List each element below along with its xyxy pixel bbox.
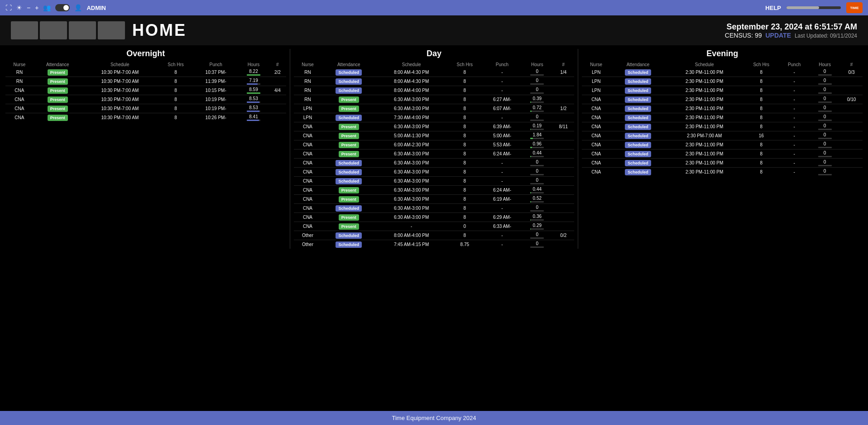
attendance-cell[interactable]: Scheduled bbox=[610, 131, 666, 140]
attendance-cell[interactable]: Scheduled bbox=[610, 159, 666, 168]
table-row[interactable]: RN Scheduled 8:00 AM-4:00 PM 8 - 0 bbox=[294, 86, 575, 95]
attendance-cell[interactable]: Present bbox=[34, 113, 82, 122]
attendance-cell[interactable]: Present bbox=[321, 186, 376, 195]
attendance-cell[interactable]: Scheduled bbox=[610, 86, 666, 95]
sch-hrs-cell: 16 bbox=[743, 131, 779, 140]
attendance-cell[interactable]: Scheduled bbox=[610, 104, 666, 113]
table-row[interactable]: CNA Scheduled 6:30 AM-3:00 PM 8 - 0 bbox=[294, 168, 575, 177]
attendance-cell[interactable]: Scheduled bbox=[321, 204, 376, 213]
table-row[interactable]: CNA Present - 0 6:33 AM- 0.29 bbox=[294, 222, 575, 231]
table-row[interactable]: CNA Present 6:30 AM-3:00 PM 8 6:19 AM- 0… bbox=[294, 195, 575, 204]
table-row[interactable]: CNA Scheduled 2:30 PM-11:00 PM 8 - 0 bbox=[582, 159, 863, 168]
table-row[interactable]: CNA Present 6:30 AM-3:00 PM 8 6:24 AM- 0… bbox=[294, 150, 575, 159]
table-row[interactable]: CNA Scheduled 2:30 PM-11:00 PM 8 - 0 bbox=[582, 168, 863, 177]
attendance-badge: Scheduled bbox=[625, 160, 651, 166]
table-row[interactable]: CNA Present 10:30 PM-7:00 AM 8 10:15 PM-… bbox=[5, 86, 286, 95]
theme-toggle[interactable] bbox=[55, 4, 70, 11]
attendance-cell[interactable]: Present bbox=[34, 68, 82, 77]
attendance-cell[interactable]: Scheduled bbox=[321, 168, 376, 177]
table-row[interactable]: CNA Scheduled 2:30 PM-11:00 PM 8 - 0 bbox=[582, 150, 863, 159]
table-row[interactable]: CNA Present 6:00 AM-2:30 PM 8 5:53 AM- 0… bbox=[294, 140, 575, 150]
hours-bar-bg bbox=[530, 174, 544, 175]
table-row[interactable]: CNA Present 6:30 AM-3:00 PM 8 6:29 AM- 0… bbox=[294, 213, 575, 222]
table-row[interactable]: LPN Present 6:30 AM-3:00 PM 8 6:07 AM- 0… bbox=[294, 104, 575, 113]
table-row[interactable]: CNA Present 6:30 AM-3:00 PM 8 6:24 AM- 0… bbox=[294, 186, 575, 195]
nurse-type-cell: CNA bbox=[5, 113, 34, 122]
table-row[interactable]: LPN Scheduled 2:30 PM-11:00 PM 8 - 0 bbox=[582, 77, 863, 86]
attendance-cell[interactable]: Scheduled bbox=[610, 122, 666, 131]
count-cell: 4/4 bbox=[269, 86, 286, 95]
attendance-cell[interactable]: Scheduled bbox=[321, 77, 376, 86]
punch-cell: 10:19 PM- bbox=[193, 95, 238, 104]
minus-icon[interactable]: − bbox=[27, 4, 30, 11]
attendance-cell[interactable]: Scheduled bbox=[610, 150, 666, 159]
help-label[interactable]: HELP bbox=[765, 5, 781, 11]
user-icon[interactable]: 👤 bbox=[74, 4, 82, 11]
table-row[interactable]: CNA Present 10:30 PM-7:00 AM 8 10:26 PM-… bbox=[5, 113, 286, 122]
attendance-cell[interactable]: Scheduled bbox=[321, 86, 376, 95]
users-icon[interactable]: 👥 bbox=[43, 4, 51, 11]
table-row[interactable]: CNA Present 10:30 PM-7:00 AM 8 10:19 PM-… bbox=[5, 95, 286, 104]
table-row[interactable]: RN Present 10:30 PM-7:00 AM 8 10:37 PM- … bbox=[5, 68, 286, 77]
table-row[interactable]: CNA Scheduled 6:30 AM-3:00 PM 8 - 0 bbox=[294, 204, 575, 213]
attendance-cell[interactable]: Scheduled bbox=[321, 159, 376, 168]
table-row[interactable]: LPN Scheduled 2:30 PM-11:00 PM 8 - 0 bbox=[582, 86, 863, 95]
attendance-cell[interactable]: Scheduled bbox=[321, 113, 376, 122]
table-row[interactable]: CNA Scheduled 2:30 PM-11:00 PM 8 - 0 bbox=[582, 113, 863, 122]
table-row[interactable]: CNA Scheduled 2:30 PM-11:00 PM 8 - 0 bbox=[582, 104, 863, 113]
table-row[interactable]: RN Present 10:30 PM-7:00 AM 8 11:39 PM- … bbox=[5, 77, 286, 86]
attendance-cell[interactable]: Scheduled bbox=[321, 240, 376, 249]
table-row[interactable]: CNA Scheduled 2:30 PM-11:00 PM 8 - 0 bbox=[582, 122, 863, 131]
update-button[interactable]: UPDATE bbox=[765, 32, 791, 39]
table-row[interactable]: CNA Scheduled 6:30 AM-3:00 PM 8 - 0 bbox=[294, 177, 575, 186]
table-row[interactable]: Other Scheduled 7:45 AM-4:15 PM 8.75 - 0 bbox=[294, 240, 575, 249]
plus-icon[interactable]: + bbox=[35, 4, 38, 11]
attendance-cell[interactable]: Present bbox=[321, 122, 376, 131]
table-row[interactable]: RN Present 6:30 AM-3:00 PM 8 6:27 AM- 0.… bbox=[294, 95, 575, 104]
attendance-cell[interactable]: Scheduled bbox=[610, 95, 666, 104]
attendance-cell[interactable]: Scheduled bbox=[610, 77, 666, 86]
attendance-cell[interactable]: Scheduled bbox=[610, 113, 666, 122]
attendance-cell[interactable]: Scheduled bbox=[610, 140, 666, 150]
count-cell bbox=[552, 204, 574, 213]
attendance-cell[interactable]: Scheduled bbox=[321, 68, 376, 77]
attendance-cell[interactable]: Present bbox=[34, 77, 82, 86]
attendance-cell[interactable]: Present bbox=[321, 140, 376, 150]
table-row[interactable]: RN Scheduled 8:00 AM-4:30 PM 8 - 0 1/4 bbox=[294, 68, 575, 77]
attendance-cell[interactable]: Present bbox=[321, 95, 376, 104]
attendance-cell[interactable]: Present bbox=[321, 150, 376, 159]
table-row[interactable]: RN Scheduled 8:00 AM-4:30 PM 8 - 0 bbox=[294, 77, 575, 86]
attendance-cell[interactable]: Present bbox=[34, 104, 82, 113]
table-row[interactable]: CNA Present 6:30 AM-3:00 PM 8 6:39 AM- 0… bbox=[294, 122, 575, 131]
attendance-cell[interactable]: Present bbox=[321, 131, 376, 140]
hours-value: 7.19 bbox=[249, 78, 258, 83]
attendance-cell[interactable]: Present bbox=[34, 95, 82, 104]
table-row[interactable]: CNA Present 5:00 AM-1:30 PM 8 5:00 AM- 1… bbox=[294, 131, 575, 140]
attendance-cell[interactable]: Scheduled bbox=[321, 231, 376, 240]
table-row[interactable]: LPN Scheduled 7:30 AM-4:00 PM 8 - 0 bbox=[294, 113, 575, 122]
table-row[interactable]: CNA Scheduled 2:30 PM-7:00 AM 16 - 0 bbox=[582, 131, 863, 140]
table-row[interactable]: CNA Scheduled 2:30 PM-11:00 PM 8 - 0 bbox=[582, 140, 863, 150]
table-row[interactable]: CNA Scheduled 6:30 AM-3:00 PM 8 - 0 bbox=[294, 159, 575, 168]
attendance-cell[interactable]: Present bbox=[321, 104, 376, 113]
overnight-section: Overnight Nurse Attendance Schedule Sch … bbox=[5, 49, 286, 122]
count-cell bbox=[269, 104, 286, 113]
table-row[interactable]: LPN Scheduled 2:30 PM-11:00 PM 8 - 0 0/3 bbox=[582, 68, 863, 77]
hours-bar-fill bbox=[530, 156, 531, 157]
attendance-cell[interactable]: Scheduled bbox=[610, 68, 666, 77]
table-row[interactable]: CNA Scheduled 2:30 PM-11:00 PM 8 - 0 0/1… bbox=[582, 95, 863, 104]
attendance-cell[interactable]: Scheduled bbox=[321, 177, 376, 186]
attendance-badge: Present bbox=[339, 214, 359, 221]
attendance-cell[interactable]: Scheduled bbox=[610, 168, 666, 177]
table-row[interactable]: Other Scheduled 8:00 AM-4:00 PM 8 - 0 0/… bbox=[294, 231, 575, 240]
attendance-cell[interactable]: Present bbox=[321, 213, 376, 222]
sun-icon[interactable]: ☀ bbox=[16, 4, 22, 11]
attendance-cell[interactable]: Present bbox=[321, 195, 376, 204]
nurse-type-cell: LPN bbox=[582, 68, 610, 77]
table-row[interactable]: CNA Present 10:30 PM-7:00 AM 8 10:19 PM-… bbox=[5, 104, 286, 113]
progress-bar bbox=[786, 6, 841, 9]
attendance-badge: Present bbox=[339, 124, 359, 130]
attendance-cell[interactable]: Present bbox=[34, 86, 82, 95]
fullscreen-icon[interactable]: ⛶ bbox=[5, 4, 12, 11]
attendance-cell[interactable]: Present bbox=[321, 222, 376, 231]
